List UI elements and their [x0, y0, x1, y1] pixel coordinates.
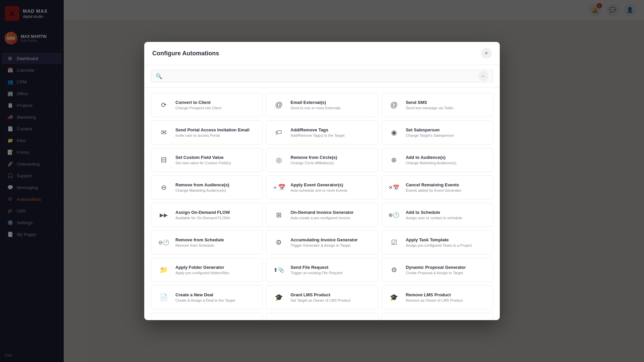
card-icon-email-externals: @	[272, 98, 286, 112]
card-icon-add-to-audiences: ⊕	[387, 153, 401, 167]
card-description: Auto-schedule one or more Events	[290, 188, 347, 192]
card-title: Set Salesperson	[406, 127, 454, 132]
configure-automations-modal: Configure Automations × 🔍 ← ⟳ Convert to…	[144, 42, 500, 320]
card-description: Invite user to access Portal	[175, 133, 250, 137]
automation-card-on-demand-invoice-generator[interactable]: ⊞ On-Demand Invoice Generator Auto-creat…	[266, 203, 378, 227]
card-title: Send File Request	[290, 265, 342, 270]
card-title: Apply Task Template	[406, 237, 472, 242]
card-title: Accumulating Invoice Generator	[290, 237, 358, 242]
automation-card-add-to-audiences[interactable]: ⊕ Add to Audience(s) Change Marketing Au…	[381, 148, 493, 172]
card-icon-send-file-request: ⬆📎	[272, 263, 286, 277]
card-title: Remove from Schedule	[175, 237, 224, 242]
modal-header: Configure Automations ×	[144, 42, 500, 65]
card-icon-cancel-remaining-events: ✕📅	[387, 180, 401, 194]
card-description: Add/Remove Tag(s) to the Target	[290, 133, 344, 137]
automation-card-remove-from-circles[interactable]: ◎ Remove from Circle(s) Change Circle Af…	[266, 148, 378, 172]
card-title: On-Demand Invoice Generator	[290, 210, 354, 215]
card-icon-send-sms: @	[387, 98, 401, 112]
modal-title: Configure Automations	[152, 50, 219, 57]
card-icon-apply-folder-generator: 📁	[157, 263, 171, 277]
automation-card-add-remove-tags[interactable]: 🏷 Add/Remove Tags Add/Remove Tag(s) to t…	[266, 120, 378, 144]
card-description: Change Marketing Audience(s)	[406, 161, 457, 165]
automation-card-webhook-notification[interactable]: 🔗 Webhook Notification Fire a webhook to…	[151, 313, 263, 320]
card-icon-apply-event-generator: ＋📅	[272, 180, 286, 194]
card-icon-send-portal-access: ✉	[157, 125, 171, 139]
automation-card-set-custom-field[interactable]: ⊟ Set Custom Field Value Set new value f…	[151, 148, 263, 172]
card-description: Change Prospect into Client	[175, 106, 221, 110]
card-description: Change Marketing Audience(s)	[175, 188, 229, 192]
card-title: Add/Remove Tags	[290, 127, 344, 132]
card-icon-accumulating-invoice-generator: ⚙	[272, 235, 286, 249]
automation-card-send-sms[interactable]: @ Send SMS Send text message via Twilio	[381, 93, 493, 117]
card-title: Add to Schedule	[406, 210, 462, 215]
card-description: Remove as Owner of LMS Product	[406, 298, 463, 302]
card-title: Add to Audience(s)	[406, 155, 457, 160]
automation-card-remove-from-checklist[interactable]: ☑ Remove from Checklist Remove Target fr…	[381, 313, 493, 320]
search-bar: 🔍 ←	[144, 65, 500, 87]
card-title: Webhook Notification	[175, 320, 228, 320]
card-description: Change Target's Salesperson	[406, 133, 454, 137]
automation-card-apply-folder-generator[interactable]: 📁 Apply Folder Generator Apply pre-confi…	[151, 258, 263, 282]
card-icon-set-salesperson: ◉	[387, 125, 401, 139]
card-icon-grant-lms-product: 🎓	[272, 290, 286, 304]
card-icon-remove-from-schedule: ⊖🕐	[157, 235, 171, 249]
card-title: Remove from Audience(s)	[175, 182, 229, 187]
automation-card-remove-lms-product[interactable]: 🎓 Remove LMS Product Remove as Owner of …	[381, 285, 493, 309]
card-description: Available for On-Demand FLOWs	[175, 216, 230, 220]
card-title: Apply Folder Generator	[175, 265, 229, 270]
card-icon-convert-to-client: ⟳	[157, 98, 171, 112]
card-title: Add to Checklists	[290, 320, 333, 320]
card-icon-set-custom-field: ⊟	[157, 153, 171, 167]
card-icon-remove-from-checklist: ☑	[387, 318, 401, 320]
automation-card-send-file-request[interactable]: ⬆📎 Send File Request Trigger an existing…	[266, 258, 378, 282]
automation-card-email-externals[interactable]: @ Email External(s) Send to one or more …	[266, 93, 378, 117]
search-icon: 🔍	[156, 73, 162, 79]
card-icon-apply-task-template: ☑	[387, 235, 401, 249]
automation-card-create-a-new-deal[interactable]: 📄 Create a New Deal Create & Assign a De…	[151, 285, 263, 309]
automation-card-grant-lms-product[interactable]: 🎓 Grant LMS Product Set Target as Owner …	[266, 285, 378, 309]
card-title: Apply Event Generator(s)	[290, 182, 347, 187]
automation-card-remove-from-schedule[interactable]: ⊖🕐 Remove from Schedule Remove from Sche…	[151, 230, 263, 254]
card-description: Set Target as Owner of LMS Product	[290, 298, 351, 302]
automation-card-apply-event-generator[interactable]: ＋📅 Apply Event Generator(s) Auto-schedul…	[266, 175, 378, 199]
card-title: Create a New Deal	[175, 292, 235, 297]
card-icon-add-remove-tags: 🏷	[272, 125, 286, 139]
automation-card-accumulating-invoice-generator[interactable]: ⚙ Accumulating Invoice Generator Trigger…	[266, 230, 378, 254]
card-description: Trigger an existing File Request	[290, 271, 342, 275]
automation-card-add-to-schedule[interactable]: ⊕🕐 Add to Schedule Assign user or contac…	[381, 203, 493, 227]
back-button[interactable]: ←	[478, 71, 488, 81]
automation-card-add-to-checklists[interactable]: ☑ Add to Checklists Assign Target to Che…	[266, 313, 378, 320]
card-title: Send SMS	[406, 100, 453, 105]
card-title: Email External(s)	[290, 100, 340, 105]
card-icon-on-demand-invoice-generator: ⊞	[272, 208, 286, 222]
search-input[interactable]	[151, 70, 493, 82]
automation-card-apply-task-template[interactable]: ☑ Apply Task Template Assign pre-configu…	[381, 230, 493, 254]
card-description: Remove from Schedule	[175, 243, 224, 247]
automation-card-cancel-remaining-events[interactable]: ✕📅 Cancel Remaining Events Events added …	[381, 175, 493, 199]
card-title: Remove from Circle(s)	[290, 155, 337, 160]
automation-card-dynamic-proposal-generator[interactable]: ⚙ Dynamic Proposal Generator Create Prop…	[381, 258, 493, 282]
automation-card-remove-from-audiences[interactable]: ⊖ Remove from Audience(s) Change Marketi…	[151, 175, 263, 199]
card-icon-create-a-new-deal: 📄	[157, 290, 171, 304]
automations-grid: ⟳ Convert to Client Change Prospect into…	[144, 87, 500, 320]
card-description: Create Proposal & Assign to Target	[406, 271, 466, 275]
card-description: Change Circle Affiliation(s)	[290, 161, 337, 165]
card-title: Dynamic Proposal Generator	[406, 265, 466, 270]
automation-card-send-portal-access[interactable]: ✉ Send Portal Access Invitation Email In…	[151, 120, 263, 144]
card-description: Assign pre-configured Tasks to a Project	[406, 243, 472, 247]
card-icon-remove-from-circles: ◎	[272, 153, 286, 167]
card-title: Remove LMS Product	[406, 292, 463, 297]
card-title: Send Portal Access Invitation Email	[175, 127, 250, 132]
card-icon-add-to-schedule: ⊕🕐	[387, 208, 401, 222]
card-title: Cancel Remaining Events	[406, 182, 462, 187]
card-description: Apply pre-configured folders/files	[175, 271, 229, 275]
automation-card-convert-to-client[interactable]: ⟳ Convert to Client Change Prospect into…	[151, 93, 263, 117]
automation-card-assign-on-demand-flow[interactable]: ▶▶ Assign On-Demand FLOW Available for O…	[151, 203, 263, 227]
card-title: Convert to Client	[175, 100, 221, 105]
card-icon-add-to-checklists: ☑	[272, 318, 286, 320]
modal-close-button[interactable]: ×	[481, 48, 492, 59]
card-icon-remove-from-audiences: ⊖	[157, 180, 171, 194]
card-description: Trigger Generator & Assign to Target	[290, 243, 358, 247]
automation-card-set-salesperson[interactable]: ◉ Set Salesperson Change Target's Salesp…	[381, 120, 493, 144]
card-description: Events added by Event Generator	[406, 188, 462, 192]
